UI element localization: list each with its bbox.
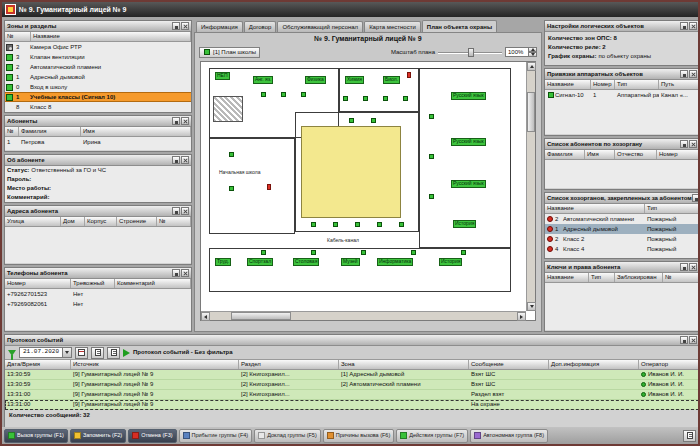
- panel-pin-button[interactable]: [680, 22, 688, 30]
- panel-pin-button[interactable]: [680, 263, 688, 271]
- phones-panel-title: Телефоны абонента: [7, 270, 68, 277]
- zone-row[interactable]: 3Клапан вентиляции: [5, 52, 191, 62]
- panel-close-button[interactable]: [689, 263, 697, 271]
- scroll-down-button[interactable]: [527, 302, 536, 311]
- assigned-row[interactable]: 4Класс 4 Пожарный: [545, 244, 699, 254]
- group-actions-button[interactable]: Действия группы (F7): [396, 429, 468, 443]
- zones-count-line: Количество зон ОПС: 8: [545, 34, 699, 43]
- room-label: Русский язык: [451, 138, 486, 146]
- panel-close-button[interactable]: [181, 117, 189, 125]
- assigned-orgs-header: Список хозорганов, закрепленных за абоне…: [545, 193, 699, 204]
- date-picker[interactable]: 21.07.2020: [19, 347, 72, 358]
- abonent-list-column-headers: Фамилия Имя Отчество Номер: [545, 150, 699, 160]
- panel-pin-button[interactable]: [172, 207, 180, 215]
- panel-pin-button[interactable]: [172, 156, 180, 164]
- plan-vertical-scrollbar[interactable]: [526, 62, 535, 311]
- event-row[interactable]: 13:31:00 [9] Гуманитарный лицей № 9 [2] …: [5, 390, 699, 400]
- panel-close-button[interactable]: [689, 22, 697, 30]
- sensor-icon: [383, 96, 388, 101]
- panel-pin-button[interactable]: [680, 336, 688, 344]
- calendar-button[interactable]: [75, 347, 88, 359]
- panel-close-button[interactable]: [181, 22, 189, 30]
- zone-row[interactable]: 1Адресный дымовой: [5, 72, 191, 82]
- scale-slider-thumb[interactable]: [468, 48, 474, 57]
- group-arrival-button[interactable]: Прибытие группы (F4): [179, 429, 253, 443]
- run-filter-icon[interactable]: [123, 349, 130, 357]
- panel-pin-button[interactable]: [172, 269, 180, 277]
- plan-horizontal-scrollbar[interactable]: [201, 311, 526, 320]
- scale-slider[interactable]: [438, 48, 502, 57]
- panel-close-button[interactable]: [181, 207, 189, 215]
- report-button[interactable]: [91, 347, 104, 359]
- event-log-panel: Протокол событий 21.07.2020 Протокол соб…: [4, 334, 700, 428]
- panel-pin-button[interactable]: [172, 117, 180, 125]
- event-row[interactable]: 13:30:59 [9] Гуманитарный лицей № 9 [2] …: [5, 380, 699, 390]
- addresses-panel-header: Адреса абонента: [5, 206, 191, 217]
- panel-pin-button[interactable]: [172, 22, 180, 30]
- autonomous-group-button[interactable]: Автономная группа (F8): [470, 429, 548, 443]
- cable-channel-text: Кабель-канал: [327, 238, 359, 244]
- sensor-icon: [261, 250, 266, 255]
- zones-col-num[interactable]: №: [5, 32, 31, 41]
- group-icon: [6, 94, 13, 101]
- phone-row[interactable]: +79269082061 Нет: [5, 299, 191, 309]
- print-button[interactable]: [107, 347, 120, 359]
- scroll-thumb[interactable]: [527, 92, 535, 132]
- assigned-row-selected[interactable]: 1Адресный дымовой Пожарный: [545, 224, 699, 234]
- phones-panel-header: Телефоны абонента: [5, 268, 191, 279]
- phone-row[interactable]: +79262701523 Нет: [5, 289, 191, 299]
- title-bar: № 9. Гуманитарный лицей № 9: [2, 2, 698, 17]
- scroll-up-button[interactable]: [527, 62, 536, 71]
- sensor-icon: [377, 222, 382, 227]
- zone-row[interactable]: 3Камера Офис РТР: [5, 42, 191, 52]
- addresses-panel-title: Адреса абонента: [7, 208, 58, 215]
- scroll-left-button[interactable]: [201, 312, 210, 321]
- autonomous-icon: [474, 432, 481, 439]
- primary-school-text: Начальная школа: [219, 170, 260, 176]
- scroll-thumb[interactable]: [231, 312, 291, 320]
- cancel-button[interactable]: Отмена (F3): [128, 429, 176, 443]
- assigned-row[interactable]: 2Класс 2 Пожарный: [545, 234, 699, 244]
- event-row[interactable]: 13:30:59 [9] Гуманитарный лицей № 9 [2] …: [5, 370, 699, 380]
- object-title: № 9. Гуманитарный лицей № 9: [195, 33, 541, 45]
- panel-pin-button[interactable]: [680, 70, 688, 78]
- remember-button[interactable]: Запомнить (F2): [70, 429, 126, 443]
- scroll-right-button[interactable]: [517, 312, 526, 321]
- assigned-row[interactable]: 2Автоматический пламени Пожарный: [545, 214, 699, 224]
- sensor-icon: [333, 222, 338, 227]
- scale-down-button[interactable]: [529, 52, 537, 57]
- panel-close-button[interactable]: [181, 269, 189, 277]
- zone-row[interactable]: 0Вход в школу: [5, 82, 191, 92]
- panel-close-button[interactable]: [689, 336, 697, 344]
- date-dropdown-button[interactable]: [62, 348, 71, 357]
- hardware-row[interactable]: Сигнал-10 1 Аппаратный раздел Канал «...: [545, 90, 699, 100]
- group-report-button[interactable]: Доклад группы (F5): [254, 429, 321, 443]
- abonents-panel-title: Абоненты: [7, 118, 37, 125]
- panel-pin-button[interactable]: [692, 194, 699, 202]
- plan-tab-content: № 9. Гуманитарный лицей № 9 [1] План шко…: [194, 32, 542, 332]
- panel-close-button[interactable]: [689, 140, 697, 148]
- floor-plan-canvas[interactable]: НЕП Анг. яз. Физика Химия Биол. Русский …: [201, 62, 526, 311]
- status-extra-button[interactable]: [683, 430, 696, 442]
- filter-icon[interactable]: [8, 350, 16, 356]
- panel-close-button[interactable]: [689, 70, 697, 78]
- abonent-row[interactable]: 1 Петрова Ирина: [5, 137, 191, 147]
- door-icon: [6, 84, 13, 91]
- event-column-headers: Дата/Время Источник Раздел Зона Сообщени…: [5, 360, 699, 370]
- zone-row[interactable]: 2Автоматический пламени: [5, 62, 191, 72]
- call-reasons-button[interactable]: Причины вызова (F6): [323, 429, 394, 443]
- zone-row[interactable]: 8Класс 8: [5, 102, 191, 112]
- logic-panel-header: Настройки логических объектов: [545, 21, 699, 32]
- room-label: НЕП: [215, 72, 230, 80]
- hardware-column-headers: Название Номер Тип Путь: [545, 80, 699, 90]
- sensor-icon: [349, 118, 354, 123]
- zones-col-name[interactable]: Название: [31, 32, 191, 41]
- plan-select-button[interactable]: [1] План школы: [199, 47, 260, 58]
- panel-close-button[interactable]: [181, 156, 189, 164]
- call-group-button[interactable]: Вызов группы (F1): [4, 429, 68, 443]
- panel-pin-button[interactable]: [680, 140, 688, 148]
- sensor-icon: [429, 154, 434, 159]
- zone-row-selected[interactable]: 1Учебные классы (Сигнал 10): [5, 92, 191, 102]
- event-row-selected[interactable]: 13:31:00 [9] Гуманитарный лицей № 9 На о…: [5, 400, 699, 410]
- abonent-list-panel: Список абонентов по хозоргану Фамилия Им…: [544, 138, 700, 190]
